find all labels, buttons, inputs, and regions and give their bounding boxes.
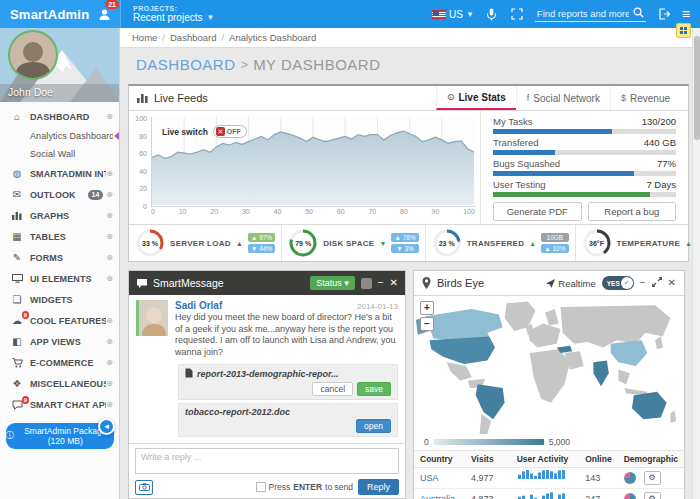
- kpi-badge: ▲ 97%: [248, 233, 275, 242]
- search-input[interactable]: [537, 8, 629, 19]
- world-map[interactable]: + −: [414, 296, 684, 434]
- kpi-badge: 10GB: [541, 233, 568, 242]
- x-axis-ticks: 0102030405060708090100: [151, 208, 475, 215]
- breadcrumb-dashboard[interactable]: Dashboard: [170, 32, 216, 43]
- reply-button[interactable]: Reply: [358, 479, 399, 495]
- sidebar-item-social-wall[interactable]: Social Wall: [0, 145, 119, 163]
- live-switch-label: Live switch: [162, 127, 208, 137]
- open-button[interactable]: open: [356, 419, 391, 433]
- map-zoom-out-button[interactable]: −: [420, 317, 434, 331]
- sidebar-item-miscellaneous[interactable]: ❖ MISCELLANEOUS ⊕: [0, 373, 119, 394]
- country-link[interactable]: Australia: [420, 494, 455, 499]
- sidebar-item-app-views[interactable]: ◧ APP VIEWS ⊕: [0, 331, 119, 352]
- kpi-badge: ▼ 3%: [391, 244, 418, 253]
- cancel-button[interactable]: cancel: [312, 382, 353, 396]
- table-icon: ▦: [9, 231, 25, 242]
- live-switch-toggle[interactable]: ✕ OFF: [213, 125, 247, 138]
- report-a-bug-button[interactable]: Report a bug: [588, 202, 677, 221]
- x-tick: 90: [432, 208, 440, 215]
- sidebar-item-ecommerce[interactable]: E-COMMERCE ⊕: [0, 352, 119, 373]
- close-icon[interactable]: ✕: [390, 278, 398, 288]
- x-tick: 40: [274, 208, 282, 215]
- birds-eye-widget: Birds Eye Realtime YES ✓ − ✕: [413, 270, 685, 499]
- reply-input[interactable]: [135, 448, 399, 474]
- expand-icon: ⊕: [106, 316, 113, 325]
- sidebar-item-outlook[interactable]: ✉ OUTLOOK 14 ⊕: [0, 184, 119, 205]
- generate-pdf-button[interactable]: Generate PDF: [493, 202, 582, 221]
- widget-toggle-icon[interactable]: [361, 278, 372, 289]
- country-china: [611, 340, 648, 366]
- message-sender[interactable]: Sadi Orlaf: [175, 300, 222, 311]
- sidebar-item-tables[interactable]: ▦ TABLES ⊕: [0, 226, 119, 247]
- sidebar-item-smartadmin-intel[interactable]: ◍ SMARTADMIN INTEL ⊕: [0, 163, 119, 184]
- logout-button[interactable]: [657, 7, 671, 21]
- tab-revenue[interactable]: $ Revenue: [610, 86, 680, 110]
- fullscreen-icon: [511, 8, 523, 20]
- minify-nav-button[interactable]: ◂: [98, 418, 115, 435]
- trend-up-icon: ▲: [685, 240, 692, 247]
- chevron-down-icon: ▼: [466, 10, 474, 19]
- widget-title: Live Feeds: [154, 92, 208, 104]
- y-axis-ticks: 100806040200: [131, 115, 147, 210]
- tab-social-network[interactable]: f Social Network: [516, 86, 610, 110]
- y-tick: 20: [139, 185, 147, 192]
- sidebar-item-analytics-dashboard[interactable]: Analytics Dashboard: [0, 127, 119, 145]
- sidebar-item-widgets[interactable]: ❏ WIDGETS: [0, 289, 119, 310]
- realtime-toggle[interactable]: YES ✓: [602, 276, 634, 290]
- search-icon[interactable]: [633, 7, 644, 20]
- menu-toggle-button[interactable]: ≡: [682, 7, 690, 21]
- save-button[interactable]: save: [357, 382, 391, 396]
- paper-plane-icon: [546, 279, 555, 288]
- live-switch: Live switch ✕ OFF: [162, 125, 247, 138]
- camera-button[interactable]: [135, 480, 153, 495]
- chat-bubble-icon: 9: [9, 400, 25, 410]
- check-icon: ✓: [621, 277, 633, 289]
- message-time: 2014-01-13: [357, 302, 398, 311]
- breadcrumb-home[interactable]: Home: [132, 32, 157, 43]
- tab-live-stats[interactable]: ⊙ Live Stats: [436, 86, 516, 110]
- sidebar-item-cool-features[interactable]: ☁ 9 COOL FEATURES! ⊕: [0, 310, 119, 331]
- expand-icon: ⊕: [106, 112, 113, 121]
- expand-icon: ⊕: [106, 211, 113, 220]
- activity-button[interactable]: 21: [94, 4, 114, 24]
- close-icon[interactable]: ✕: [668, 278, 676, 288]
- map-zoom-in-button[interactable]: +: [420, 301, 434, 315]
- kpi-temperature: 36°F TEMPERATURE ▲ ▲ 124 ▼ 40 F: [576, 225, 700, 261]
- sidebar-item-forms[interactable]: ✎ FORMS ⊕: [0, 247, 119, 268]
- page-scrollbar[interactable]: [692, 28, 700, 499]
- message-text: Hey did you meet the new board of direct…: [175, 312, 398, 359]
- visitors-table: Country Visits User Activity Online Demo…: [414, 450, 684, 499]
- demo-settings-button[interactable]: [676, 23, 691, 38]
- status-dropdown-button[interactable]: Status ▾: [310, 276, 355, 290]
- widgets-icon: ❏: [9, 294, 25, 305]
- gear-button[interactable]: ⚙: [644, 471, 661, 485]
- sidebar-item-ui-elements[interactable]: UI ELEMENTS ⊕: [0, 268, 119, 289]
- language-selector[interactable]: US ▼: [432, 9, 474, 20]
- voice-command-button[interactable]: [485, 7, 499, 21]
- cloud-icon: ☁ 9: [9, 315, 25, 326]
- country-scandinavia: [545, 309, 559, 326]
- enter-checkbox[interactable]: [256, 482, 266, 492]
- country-mexico: [447, 362, 472, 380]
- gear-button[interactable]: ⚙: [644, 492, 661, 499]
- fullscreen-button[interactable]: [510, 7, 524, 21]
- online-cell: 247: [579, 489, 617, 499]
- area-chart-plot: Live switch ✕ OFF: [151, 117, 475, 207]
- scrollbar-thumb[interactable]: [694, 36, 700, 140]
- user-name: John Doe: [8, 86, 53, 98]
- x-tick: 70: [368, 208, 376, 215]
- fullscreen-icon[interactable]: [652, 277, 662, 289]
- smart-chat-badge: 9: [22, 396, 29, 404]
- sidebar-item-smart-chat-api[interactable]: 9 SMART CHAT APIBETA ⊕: [0, 394, 119, 415]
- user-panel[interactable]: John Doe: [0, 28, 119, 102]
- collapse-icon[interactable]: −: [378, 278, 384, 288]
- enter-to-send: Press ENTER to send: [256, 482, 353, 492]
- projects-dropdown[interactable]: PROJECTS: Recent projects ▼: [120, 0, 226, 28]
- progress-transfered: Transfered440 GB: [493, 137, 676, 155]
- breadcrumb-analytics-dashboard[interactable]: Analytics Dashboard: [229, 32, 316, 43]
- sidebar-item-dashboard[interactable]: ⌂ DASHBOARD ⊕: [0, 106, 119, 127]
- sidebar-item-graphs[interactable]: GRAPHS ⊕: [0, 205, 119, 226]
- progress-bugs-squashed: Bugs Squashed77%: [493, 158, 676, 176]
- country-link[interactable]: USA: [420, 473, 439, 483]
- collapse-icon[interactable]: −: [640, 278, 646, 288]
